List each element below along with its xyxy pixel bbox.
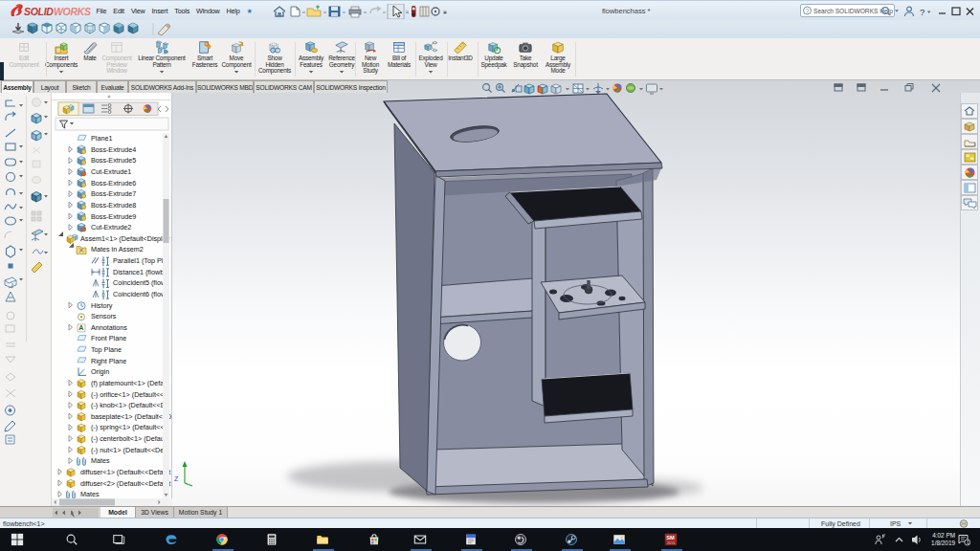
- svg-text:Boss-Extrude9: Boss-Extrude9: [91, 212, 136, 221]
- svg-text:Mates in Assem2: Mates in Assem2: [91, 245, 144, 253]
- svg-text:Cut-Extrude1: Cut-Extrude1: [91, 167, 131, 176]
- svg-text:Front Plane: Front Plane: [91, 334, 126, 342]
- svg-text:SOLID: SOLID: [24, 6, 54, 17]
- svg-text:Boss-Extrude8: Boss-Extrude8: [91, 201, 136, 209]
- svg-text:Parallel1 (Top Pla: Parallel1 (Top Pla: [113, 256, 167, 265]
- svg-text:baseplate<1> (Default<<D: baseplate<1> (Default<<D: [91, 412, 171, 421]
- svg-text:Boss-Extrude5: Boss-Extrude5: [91, 156, 136, 165]
- svg-text:(-) centerbolt<1> (Default: (-) centerbolt<1> (Default: [91, 434, 167, 443]
- svg-text:Right Plane: Right Plane: [91, 357, 126, 365]
- svg-text:(-) orifice<1> (Default<<D: (-) orifice<1> (Default<<D: [91, 390, 169, 399]
- svg-text:(-) spring<1> (Default<<D: (-) spring<1> (Default<<D: [91, 423, 169, 431]
- svg-text:1: 1: [967, 540, 969, 545]
- svg-text:diffuser<1> (Default<<Default: diffuser<1> (Default<<Default: [80, 468, 170, 476]
- svg-text:Assem1<1> (Default<Display S: Assem1<1> (Default<Display S: [80, 234, 172, 243]
- svg-text:diffuser<2> (Default<<Default: diffuser<2> (Default<<Default: [80, 479, 170, 488]
- svg-text:Coincident6 (flow: Coincident6 (flow: [113, 290, 167, 298]
- svg-text:Z: Z: [174, 475, 179, 482]
- svg-text:(f) platemount<1> (Defau: (f) platemount<1> (Defau: [91, 379, 167, 387]
- svg-text:(-) nut<1> (Default<<Def: (-) nut<1> (Default<<Def: [91, 446, 166, 454]
- svg-text:History: History: [91, 301, 113, 310]
- svg-text:2016: 2016: [667, 540, 677, 545]
- svg-text:Cut-Extrude2: Cut-Extrude2: [91, 223, 131, 231]
- svg-text:Plane1: Plane1: [91, 134, 112, 143]
- svg-text:?: ?: [920, 7, 924, 17]
- svg-text:Coincident5 (flow: Coincident5 (flow: [113, 278, 167, 287]
- svg-text:Mates: Mates: [91, 456, 110, 465]
- svg-text:Annotations: Annotations: [91, 323, 127, 332]
- svg-text:Mates: Mates: [80, 490, 100, 498]
- svg-text:Top Plane: Top Plane: [91, 345, 122, 354]
- svg-text:(-) knob<1> (Default<<De: (-) knob<1> (Default<<De: [91, 401, 169, 409]
- svg-text:Search SOLIDWORKS Help: Search SOLIDWORKS Help: [813, 8, 893, 15]
- svg-text:?: ?: [806, 8, 810, 14]
- svg-text:Origin: Origin: [91, 367, 109, 376]
- svg-text:Boss-Extrude7: Boss-Extrude7: [91, 189, 136, 198]
- svg-text:Distance1 (flowbe: Distance1 (flowbe: [113, 268, 167, 276]
- svg-text:WORKS: WORKS: [54, 6, 91, 17]
- svg-text:Boss-Extrude6: Boss-Extrude6: [91, 179, 136, 187]
- svg-text:Boss-Extrude4: Boss-Extrude4: [91, 145, 136, 154]
- svg-text:Sensors: Sensors: [91, 312, 117, 320]
